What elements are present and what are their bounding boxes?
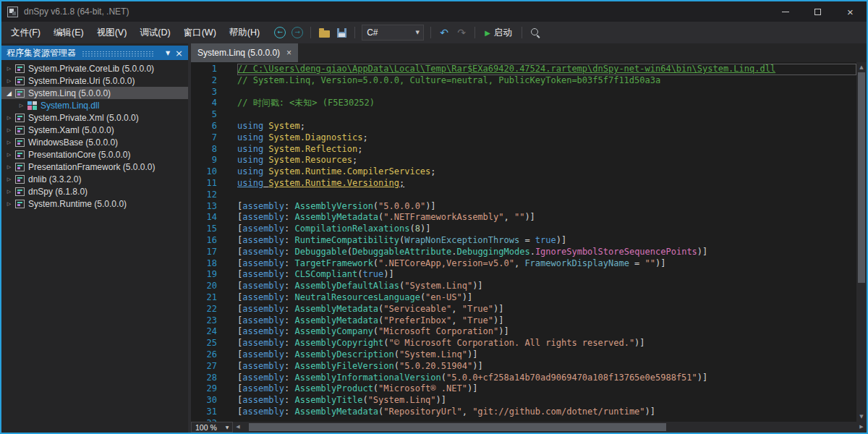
tree-item[interactable]: ▷dnlib (3.3.2.0) bbox=[1, 173, 188, 185]
horizontal-scroll-track[interactable] bbox=[243, 422, 856, 433]
code-line-text bbox=[237, 190, 856, 201]
vertical-scroll-track[interactable] bbox=[856, 72, 867, 412]
code-line[interactable]: 22[assembly: AssemblyMetadata("Serviceab… bbox=[191, 304, 856, 315]
code-line[interactable]: 2// System.Linq, Version=5.0.0.0, Cultur… bbox=[191, 75, 856, 87]
code-line[interactable]: 27[assembly: AssemblyFileVersion("5.0.20… bbox=[191, 361, 856, 373]
code-line[interactable]: 15[assembly: CompilationRelaxations(8)] bbox=[191, 224, 856, 235]
expand-arrow-icon[interactable]: ▷ bbox=[17, 103, 26, 109]
panel-drag-grip[interactable] bbox=[82, 50, 155, 56]
code-line[interactable]: 28[assembly: AssemblyInformationalVersio… bbox=[191, 373, 856, 384]
collapse-arrow-icon[interactable]: ◢ bbox=[4, 90, 14, 97]
tree-item[interactable]: ▷System.Private.CoreLib (5.0.0.0) bbox=[1, 62, 188, 75]
save-all-button[interactable] bbox=[333, 25, 349, 41]
tree-item[interactable]: ▷dnSpy (6.1.8.0) bbox=[1, 185, 188, 197]
expand-arrow-icon[interactable]: ▷ bbox=[4, 201, 14, 207]
code-line[interactable]: 9using System.Resources; bbox=[191, 155, 856, 166]
code-line[interactable]: 30[assembly: AssemblyTitle("System.Linq"… bbox=[191, 395, 856, 407]
menu-window[interactable]: 窗口(W) bbox=[177, 23, 223, 43]
expand-arrow-icon[interactable]: ▷ bbox=[4, 78, 14, 84]
tree-item[interactable]: ◢System.Linq (5.0.0.0) bbox=[1, 87, 188, 99]
line-number: 3 bbox=[191, 87, 217, 98]
line-number: 9 bbox=[191, 155, 217, 166]
code-line[interactable]: 25[assembly: AssemblyCopyright("© Micros… bbox=[191, 338, 856, 349]
scroll-up-icon[interactable]: ▲ bbox=[856, 62, 867, 72]
code-line[interactable]: 5 bbox=[191, 109, 856, 121]
tree-item[interactable]: ▷PresentationFramework (5.0.0.0) bbox=[1, 161, 188, 173]
code-line[interactable]: 7using System.Diagnostics; bbox=[191, 132, 856, 144]
expand-arrow-icon[interactable]: ▷ bbox=[4, 176, 14, 182]
code-line-text: [assembly: TargetFramework(".NETCoreApp,… bbox=[237, 258, 856, 270]
vertical-scroll-thumb[interactable] bbox=[858, 72, 865, 283]
code-line[interactable]: 26[assembly: AssemblyDescription("System… bbox=[191, 349, 856, 361]
code-line[interactable]: 4// 时间戳: <未知> (F5E30252) bbox=[191, 98, 856, 109]
tree-item[interactable]: ▷System.Private.Xml (5.0.0.0) bbox=[1, 111, 188, 124]
code-line[interactable]: 17[assembly: Debuggable(DebuggableAttrib… bbox=[191, 247, 856, 258]
code-line[interactable]: 19[assembly: CLSCompliant(true)] bbox=[191, 269, 856, 281]
expand-arrow-icon[interactable]: ▷ bbox=[4, 140, 14, 145]
code-line[interactable]: 11using System.Runtime.Versioning; bbox=[191, 178, 856, 190]
minimize-button[interactable] bbox=[769, 1, 801, 22]
menu-debug[interactable]: 调试(D) bbox=[133, 23, 176, 43]
code-line[interactable]: 13[assembly: AssemblyVersion("5.0.0.0")] bbox=[191, 201, 856, 213]
code-line[interactable]: 8using System.Reflection; bbox=[191, 144, 856, 156]
tree-item-label: PresentationCore (5.0.0.0) bbox=[28, 150, 130, 160]
vertical-scrollbar[interactable]: ▲ ▼ bbox=[856, 62, 867, 422]
scroll-left-icon[interactable]: ◀ bbox=[233, 422, 243, 433]
code-line[interactable]: 10using System.Runtime.CompilerServices; bbox=[191, 166, 856, 178]
code-line[interactable]: 3 bbox=[191, 87, 856, 98]
scroll-right-icon[interactable]: ▶ bbox=[856, 422, 867, 433]
tree-item[interactable]: ▷PresentationCore (5.0.0.0) bbox=[1, 148, 188, 161]
menu-help[interactable]: 帮助(H) bbox=[223, 23, 266, 43]
tree-item-label: WindowsBase (5.0.0.0) bbox=[28, 137, 118, 148]
navigate-back-button[interactable]: ← bbox=[272, 25, 288, 41]
code-line-text: // System.Linq, Version=5.0.0.0, Culture… bbox=[237, 75, 856, 87]
open-button[interactable] bbox=[316, 25, 332, 41]
panel-menu-chevron-icon[interactable]: ▼ bbox=[166, 50, 170, 56]
code-line[interactable]: 1// C:\Users\deng-qiao\AppData\Local\Tem… bbox=[191, 64, 856, 75]
menu-file[interactable]: 文件(F) bbox=[4, 23, 47, 43]
expand-arrow-icon[interactable]: ▷ bbox=[4, 152, 14, 158]
tree-item[interactable]: ▷WindowsBase (5.0.0.0) bbox=[1, 136, 188, 148]
code-line[interactable]: 29[assembly: AssemblyProduct("Microsoft®… bbox=[191, 383, 856, 395]
start-debug-button[interactable]: ▶ 启动 bbox=[480, 27, 516, 39]
code-line[interactable]: 14[assembly: AssemblyMetadata(".NETFrame… bbox=[191, 212, 856, 224]
code-line[interactable]: 23[assembly: AssemblyMetadata("PreferInb… bbox=[191, 315, 856, 327]
code-line[interactable]: 31[assembly: AssemblyMetadata("Repositor… bbox=[191, 407, 856, 418]
panel-close-icon[interactable]: × bbox=[175, 48, 183, 58]
tree-item[interactable]: ▷System.Xaml (5.0.0.0) bbox=[1, 124, 188, 136]
close-button[interactable]: × bbox=[834, 1, 867, 22]
menu-edit[interactable]: 编辑(E) bbox=[47, 23, 90, 43]
tab-close-icon[interactable]: × bbox=[286, 48, 292, 58]
code-line[interactable]: 6using System; bbox=[191, 121, 856, 132]
menu-view[interactable]: 视图(V) bbox=[90, 23, 134, 43]
code-line[interactable]: 20[assembly: AssemblyDefaultAlias("Syste… bbox=[191, 281, 856, 292]
search-button[interactable] bbox=[527, 25, 543, 41]
tab-system-linq[interactable]: System.Linq (5.0.0.0) × bbox=[191, 43, 298, 62]
code-line[interactable]: 16[assembly: RuntimeCompatibility(WrapNo… bbox=[191, 235, 856, 247]
tree-item[interactable]: ▷System.Private.Uri (5.0.0.0) bbox=[1, 75, 188, 87]
undo-button[interactable]: ↶ bbox=[436, 25, 452, 41]
expand-arrow-icon[interactable]: ▷ bbox=[4, 127, 14, 133]
language-combobox[interactable]: C# ▼ bbox=[362, 25, 424, 41]
horizontal-scroll-thumb[interactable] bbox=[249, 423, 666, 431]
tree-item[interactable]: ▷System.Linq.dll bbox=[1, 99, 188, 111]
scroll-down-icon[interactable]: ▼ bbox=[856, 412, 867, 422]
code-line-text: [assembly: AssemblyDescription("System.L… bbox=[237, 349, 856, 361]
redo-button[interactable]: ↷ bbox=[454, 25, 469, 41]
zoom-combobox[interactable]: 100 % ▼ bbox=[191, 422, 233, 433]
code-line[interactable]: 18[assembly: TargetFramework(".NETCoreAp… bbox=[191, 258, 856, 270]
tree-item[interactable]: ▷System.Runtime (5.0.0.0) bbox=[1, 197, 188, 210]
maximize-button[interactable] bbox=[801, 1, 834, 22]
line-number: 27 bbox=[191, 361, 217, 373]
expand-arrow-icon[interactable]: ▷ bbox=[4, 189, 14, 195]
horizontal-scrollbar[interactable]: ◀ ▶ bbox=[233, 422, 867, 433]
tree-item-label: dnSpy (6.1.8.0) bbox=[28, 187, 88, 197]
code-line[interactable]: 12 bbox=[191, 190, 856, 201]
navigate-forward-button[interactable]: → bbox=[289, 25, 305, 41]
code-line[interactable]: 21[assembly: NeutralResourcesLanguage("e… bbox=[191, 292, 856, 304]
expand-arrow-icon[interactable]: ▷ bbox=[4, 66, 14, 72]
expand-arrow-icon[interactable]: ▷ bbox=[4, 164, 14, 170]
code-line[interactable]: 24[assembly: AssemblyCompany("Microsoft … bbox=[191, 326, 856, 338]
expand-arrow-icon[interactable]: ▷ bbox=[4, 115, 14, 121]
code-editor[interactable]: 1// C:\Users\deng-qiao\AppData\Local\Tem… bbox=[191, 62, 856, 422]
